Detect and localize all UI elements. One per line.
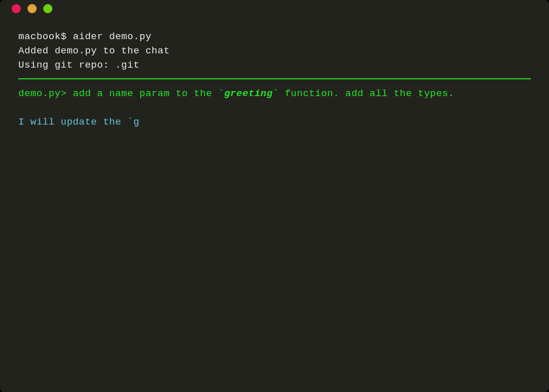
minimize-icon[interactable] — [27, 4, 37, 13]
window-titlebar — [0, 0, 549, 17]
status-git: Using git repo: .git — [18, 58, 531, 72]
input-emphasis: greeting — [224, 88, 273, 99]
terminal-content[interactable]: macbook$ aider demo.py Added demo.py to … — [0, 17, 549, 129]
close-icon[interactable] — [12, 4, 21, 13]
shell-command: aider demo.py — [73, 31, 152, 42]
status-added: Added demo.py to the chat — [18, 44, 531, 58]
blank-line — [18, 101, 531, 115]
input-before: add a name param to the — [73, 88, 218, 99]
backtick-open: ` — [218, 88, 224, 99]
user-input-line: demo.py> add a name param to the `greeti… — [18, 86, 531, 101]
shell-command-line: macbook$ aider demo.py — [18, 29, 531, 44]
terminal-window: macbook$ aider demo.py Added demo.py to … — [0, 0, 549, 392]
input-prompt: demo.py> — [18, 88, 73, 99]
input-after: function. add all the types. — [279, 88, 454, 99]
shell-prompt: macbook$ — [18, 31, 73, 42]
maximize-icon[interactable] — [43, 4, 52, 13]
assistant-response: I will update the `g — [18, 115, 531, 129]
backtick-close: ` — [273, 88, 279, 99]
section-divider — [18, 78, 531, 79]
